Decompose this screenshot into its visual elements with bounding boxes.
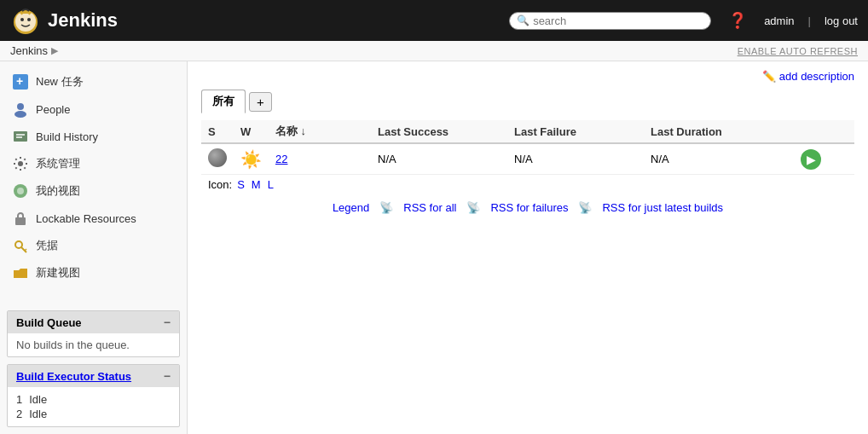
sidebar: + New 任务 People Build History 系统管理 — [0, 61, 188, 434]
search-icon: 🔍 — [517, 14, 529, 26]
sidebar-item-build-history[interactable]: Build History — [0, 123, 187, 150]
col-header-duration: Last Duration — [644, 120, 794, 143]
status-grey-icon — [208, 148, 227, 167]
svg-point-11 — [18, 161, 23, 166]
job-action-cell: ▶ — [794, 143, 854, 175]
svg-point-13 — [17, 188, 24, 194]
breadcrumb-arrow-icon: ▶ — [51, 45, 58, 56]
add-description-label: add description — [779, 70, 854, 83]
header: Jenkins 🔍 ❓ admin | log out — [0, 0, 868, 41]
build-queue-title: Build Queue — [16, 316, 82, 329]
history-icon — [12, 128, 29, 145]
rss-icon-latest: 📡 — [578, 201, 592, 214]
col-header-s: S — [201, 120, 234, 143]
svg-point-7 — [14, 111, 26, 118]
svg-point-2 — [20, 18, 24, 21]
svg-line-17 — [25, 249, 26, 251]
icon-size-s[interactable]: S — [237, 178, 245, 191]
view-tabs: 所有 + — [201, 90, 854, 113]
job-weather-icon-cell: ☀️ — [234, 143, 269, 175]
legend-link[interactable]: Legend — [333, 201, 369, 214]
svg-point-1 — [15, 11, 36, 32]
jobs-table: S W 名称 ↓ Last Success Last Failure — [201, 120, 854, 175]
footer-links: Legend 📡 RSS for all 📡 RSS for failures … — [201, 194, 854, 221]
build-now-icon[interactable]: ▶ — [801, 149, 821, 170]
sidebar-label-new: New 任务 — [36, 74, 84, 90]
build-executor-content: 1 Idle 2 Idle — [8, 387, 179, 426]
logo: Jenkins — [10, 5, 118, 36]
build-queue-panel: Build Queue − No builds in the queue. — [7, 310, 180, 357]
col-header-w: W — [234, 120, 269, 143]
executor-row-2: 2 Idle — [16, 407, 171, 421]
icon-size-row: Icon: S M L — [201, 175, 854, 194]
rss-failures-link[interactable]: RSS for failures — [490, 201, 568, 214]
build-executor-title[interactable]: Build Executor Status — [16, 370, 131, 383]
key-icon — [12, 237, 29, 254]
auto-refresh-button[interactable]: ENABLE AUTO REFRESH — [738, 46, 858, 56]
svg-point-15 — [15, 241, 22, 248]
sidebar-item-credentials[interactable]: 凭据 — [0, 232, 187, 259]
icon-size-m[interactable]: M — [252, 178, 261, 191]
rss-icon-all: 📡 — [379, 201, 393, 214]
search-input[interactable] — [533, 14, 703, 27]
folder-icon — [12, 264, 29, 281]
svg-text:+: + — [16, 74, 23, 88]
lock-icon — [12, 210, 29, 227]
executor-row-1: 1 Idle — [16, 392, 171, 407]
people-icon — [12, 101, 29, 118]
weather-sun-icon: ☀️ — [240, 150, 262, 169]
logout-button[interactable]: log out — [825, 14, 858, 27]
col-header-name: 名称 ↓ — [269, 120, 371, 143]
icon-label: Icon: — [208, 178, 232, 191]
executor-status-1: Idle — [29, 393, 47, 406]
job-status-icon-cell — [201, 143, 234, 175]
sidebar-label-credentials: 凭据 — [36, 238, 58, 253]
sidebar-label-myview: 我的视图 — [36, 183, 80, 199]
pencil-icon: ✏️ — [762, 70, 776, 83]
help-icon[interactable]: ❓ — [728, 11, 747, 30]
search-container: 🔍 — [509, 12, 711, 30]
executor-num-1: 1 — [16, 393, 22, 406]
main-content: ✏️ add description 所有 + S W — [188, 61, 868, 434]
svg-point-6 — [17, 103, 24, 110]
build-executor-collapse-icon[interactable]: − — [164, 369, 171, 383]
sidebar-label-people: People — [36, 103, 70, 116]
add-description-link[interactable]: ✏️ add description — [762, 70, 854, 83]
col-header-success: Last Success — [371, 120, 507, 143]
table-row: ☀️ 22 N/A N/A N/A — [201, 143, 854, 175]
executor-status-2: Idle — [29, 408, 47, 420]
build-queue-empty-message: No builds in the queue. — [8, 333, 179, 356]
job-name-link[interactable]: 22 — [275, 153, 287, 165]
new-icon: + — [12, 73, 29, 90]
build-queue-collapse-icon[interactable]: − — [164, 315, 171, 329]
sidebar-label-lockable: Lockable Resources — [36, 212, 136, 225]
build-executor-header: Build Executor Status − — [8, 365, 179, 387]
col-header-failure: Last Failure — [507, 120, 644, 143]
svg-rect-8 — [14, 131, 27, 142]
icon-size-l[interactable]: L — [268, 178, 274, 191]
tab-all[interactable]: 所有 — [201, 90, 246, 113]
breadcrumb-home[interactable]: Jenkins — [10, 44, 48, 57]
sidebar-item-new[interactable]: + New 任务 — [0, 68, 187, 95]
jenkins-logo-icon — [10, 5, 41, 36]
sidebar-item-system-admin[interactable]: 系统管理 — [0, 150, 187, 177]
header-username: admin — [764, 14, 794, 27]
sidebar-item-my-view[interactable]: 我的视图 — [0, 177, 187, 205]
rss-all-link[interactable]: RSS for all — [403, 201, 456, 214]
sidebar-item-people[interactable]: People — [0, 95, 187, 123]
sidebar-item-new-view[interactable]: 新建视图 — [0, 259, 187, 286]
rss-latest-link[interactable]: RSS for just latest builds — [602, 201, 723, 214]
breadcrumb: Jenkins ▶ ENABLE AUTO REFRESH — [0, 41, 868, 61]
build-executor-panel: Build Executor Status − 1 Idle 2 Idle — [7, 364, 180, 427]
sidebar-label-system: 系统管理 — [36, 156, 80, 171]
tab-add-button[interactable]: + — [249, 92, 272, 112]
job-last-success-cell: N/A — [371, 143, 507, 175]
add-description-area: ✏️ add description — [201, 70, 854, 83]
sidebar-label-newview: 新建视图 — [36, 265, 80, 281]
sidebar-item-lockable[interactable]: Lockable Resources — [0, 205, 187, 232]
svg-point-3 — [27, 18, 31, 21]
my-view-icon — [12, 182, 29, 200]
gear-icon — [12, 155, 29, 172]
app-title: Jenkins — [48, 9, 118, 32]
rss-icon-failures: 📡 — [466, 201, 480, 214]
